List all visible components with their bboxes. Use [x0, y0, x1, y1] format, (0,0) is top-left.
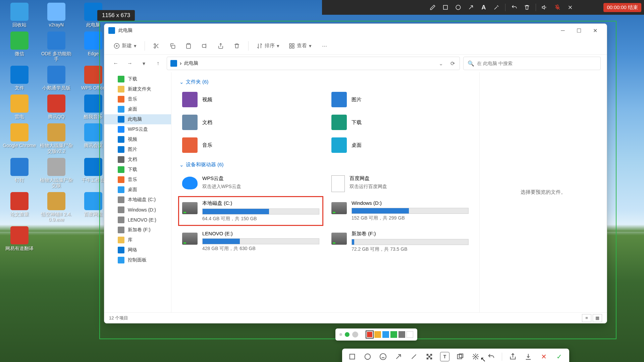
folder-item[interactable]: 图片 [329, 89, 471, 110]
nav-item[interactable]: Windows (D:) [104, 205, 171, 215]
nav-item[interactable]: 库 [104, 235, 171, 245]
desktop-icon[interactable]: 植物大战僵尸杂交版v2.2 [40, 123, 73, 154]
share-tool[interactable] [508, 352, 518, 361]
nav-item[interactable]: 控制面板 [104, 255, 171, 265]
rename-button[interactable] [198, 41, 211, 51]
nav-item[interactable]: 桌面 [104, 185, 171, 195]
cloud-drive-item[interactable]: 百度网盘双击运行百度网盘 [329, 172, 471, 195]
nav-item[interactable]: 新建文件夹 [104, 84, 171, 94]
folders-header[interactable]: ⌄ 文件夹 (6) [179, 79, 471, 85]
nav-item[interactable]: 此电脑 [104, 114, 171, 124]
nav-item[interactable]: 网络 [104, 245, 171, 255]
nav-item[interactable]: 音乐 [104, 175, 171, 185]
cancel-button[interactable]: ✕ [539, 352, 548, 361]
nav-item[interactable]: LENOVO (E:) [104, 215, 171, 225]
nav-item[interactable]: 本地磁盘 (C:) [104, 195, 171, 205]
address-bar[interactable]: › 此电脑 ⌄ ⟳ [167, 57, 460, 70]
copy-button[interactable] [166, 41, 179, 51]
sort-button[interactable]: 排序 ▾ [253, 41, 283, 51]
undo-tool[interactable] [486, 352, 496, 361]
mosaic-tool[interactable] [425, 352, 434, 361]
pencil-icon[interactable] [427, 2, 438, 13]
chevron-down-icon[interactable]: ⌄ [437, 59, 444, 68]
nav-item[interactable]: 文档 [104, 155, 171, 165]
nav-item[interactable]: 音乐 [104, 94, 171, 104]
folder-item[interactable]: 桌面 [329, 135, 471, 156]
desktop-icon[interactable]: 微信 [3, 32, 36, 62]
folder-item[interactable]: 下载 [329, 112, 471, 133]
desktop-icon[interactable]: Google Chrome [3, 123, 36, 154]
refresh-button[interactable]: ⟳ [449, 59, 456, 68]
color-swatch[interactable] [398, 331, 405, 338]
delete-button[interactable] [230, 41, 244, 51]
desktop-icon[interactable]: 小鹅通学员版 [40, 66, 73, 90]
arrow-tool[interactable] [394, 352, 403, 361]
forward-button[interactable]: → [124, 58, 135, 69]
speaker-icon[interactable] [539, 2, 550, 13]
desktop-icon[interactable]: v2rayN [40, 3, 73, 27]
nav-item[interactable]: 图片 [104, 144, 171, 155]
breadcrumb[interactable]: 此电脑 [184, 60, 198, 66]
minimize-button[interactable]: ─ [555, 25, 571, 36]
emoji-tool[interactable] [378, 352, 388, 361]
color-swatch[interactable] [390, 331, 397, 338]
text-a-icon[interactable]: A [478, 2, 489, 13]
size-small-dot[interactable] [339, 333, 342, 336]
paste-button[interactable] [182, 41, 195, 51]
desktop-icon[interactable]: 钉钉 [3, 158, 36, 188]
desktop-icon[interactable]: 论文查重 [3, 192, 36, 222]
desktop-icon[interactable]: 雷电 [3, 95, 36, 119]
new-button[interactable]: 新建 ▾ [110, 41, 140, 51]
share-button[interactable] [214, 41, 227, 51]
thumbnails-view-button[interactable]: ▦ [593, 314, 602, 322]
recent-button[interactable]: ▾ [139, 58, 149, 69]
nav-item[interactable]: 下载 [104, 74, 171, 84]
desktop-icon[interactable]: 文件 [3, 66, 36, 90]
circle-icon[interactable] [453, 2, 464, 13]
arrow-icon[interactable] [466, 2, 476, 13]
drives-header[interactable]: ⌄ 设备和驱动器 (6) [179, 162, 471, 168]
confirm-button[interactable]: ✓ [554, 352, 564, 361]
line-tool[interactable] [409, 352, 419, 361]
nav-item[interactable]: 下载 [104, 165, 171, 175]
back-button[interactable]: ← [110, 58, 121, 69]
more-button[interactable]: ⋯ [318, 41, 331, 51]
desktop-icon[interactable]: 植物大战僵尸杂交版 [40, 158, 73, 188]
nav-item[interactable]: WPS云盘 [104, 124, 171, 134]
drive-item[interactable]: Windows (D:)152 GB 可用，共 299 GB [329, 197, 471, 225]
color-swatch[interactable] [382, 331, 389, 338]
view-button[interactable]: 查看 ▾ [285, 41, 315, 51]
nav-item[interactable]: 视频 [104, 134, 171, 144]
square-icon[interactable] [440, 2, 451, 13]
nav-item[interactable]: 桌面 [104, 104, 171, 114]
folder-item[interactable]: 文档 [179, 112, 322, 133]
size-medium-dot[interactable] [345, 332, 350, 337]
maximize-button[interactable]: ☐ [571, 25, 587, 36]
drive-item[interactable]: 本地磁盘 (C:)64.4 GB 可用，共 150 GB [179, 197, 322, 225]
close-button[interactable]: ✕ [587, 25, 603, 36]
desktop-icon[interactable]: 网易有道翻译 [3, 226, 36, 251]
mic-muted-icon[interactable] [552, 2, 563, 13]
desktop-icon[interactable]: 腾讯QQ [40, 95, 73, 119]
folder-item[interactable]: 视频 [179, 89, 322, 110]
color-swatch[interactable] [374, 331, 381, 338]
color-swatch[interactable] [366, 331, 373, 338]
up-button[interactable]: ↑ [153, 58, 163, 69]
search-box[interactable]: 🔍 [463, 57, 601, 70]
drive-item[interactable]: LENOVO (E:)428 GB 可用，共 630 GB [179, 227, 322, 256]
color-swatch[interactable] [407, 331, 413, 338]
close-icon[interactable] [565, 2, 576, 13]
rect-tool[interactable] [347, 352, 357, 361]
cut-button[interactable] [150, 41, 163, 51]
cloud-drive-item[interactable]: WPS云盘双击进入WPS云盘 [179, 172, 322, 195]
desktop-icon[interactable]: 回收站 [3, 3, 36, 27]
undo-icon[interactable] [509, 2, 520, 13]
folder-item[interactable]: 音乐 [179, 135, 322, 156]
size-large-dot[interactable] [352, 331, 358, 338]
window-tool[interactable] [455, 352, 465, 361]
text-tool[interactable]: T [440, 352, 449, 361]
wand-icon[interactable] [491, 2, 502, 13]
drive-item[interactable]: 新加卷 (F:)72.2 GB 可用，共 73.5 GB [329, 227, 471, 256]
circle-tool[interactable] [363, 352, 372, 361]
download-tool[interactable] [524, 352, 533, 361]
